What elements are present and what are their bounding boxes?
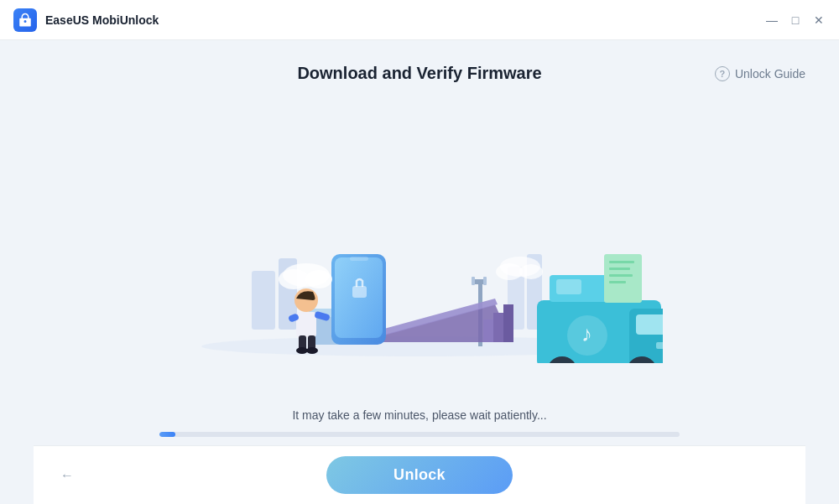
svg-point-43 — [296, 347, 308, 354]
svg-rect-34 — [609, 268, 630, 270]
back-button[interactable]: ← — [54, 462, 81, 489]
progress-bar-fill — [159, 432, 175, 437]
svg-rect-9 — [503, 304, 513, 342]
svg-point-64 — [279, 269, 309, 289]
svg-rect-35 — [609, 274, 633, 277]
titlebar-left: EaseUS MobiUnlock — [13, 8, 159, 32]
titlebar: EaseUS MobiUnlock — □ ✕ — [0, 0, 839, 40]
minimize-button[interactable]: — — [765, 13, 779, 27]
help-icon: ? — [715, 66, 730, 81]
app-logo — [13, 8, 37, 32]
svg-point-68 — [519, 264, 543, 279]
svg-rect-7 — [472, 277, 475, 285]
svg-rect-28 — [656, 342, 663, 349]
svg-rect-11 — [483, 320, 493, 342]
app-title: EaseUS MobiUnlock — [45, 13, 159, 27]
page-header: Download and Verify Firmware ? Unlock Gu… — [34, 40, 805, 83]
svg-rect-36 — [609, 281, 626, 283]
svg-point-65 — [305, 270, 332, 288]
close-button[interactable]: ✕ — [812, 13, 826, 27]
svg-point-44 — [306, 347, 318, 354]
svg-rect-18 — [350, 257, 368, 261]
progress-area: It may take a few minutes, please wait p… — [34, 408, 805, 445]
svg-point-67 — [496, 263, 523, 280]
svg-text:♪: ♪ — [581, 321, 592, 346]
main-content: Download and Verify Firmware ? Unlock Gu… — [0, 40, 839, 504]
progress-status-text: It may take a few minutes, please wait p… — [292, 408, 546, 422]
unlock-guide-label: Unlock Guide — [735, 67, 805, 81]
svg-rect-17 — [352, 286, 367, 298]
svg-rect-33 — [609, 261, 634, 263]
svg-rect-1 — [252, 271, 275, 330]
unlock-button[interactable]: Unlock — [326, 456, 513, 494]
bottom-bar: ← Unlock — [34, 445, 805, 504]
progress-bar-container — [159, 432, 680, 437]
unlock-guide-link[interactable]: ? Unlock Guide — [715, 66, 805, 81]
svg-rect-38 — [296, 312, 316, 337]
svg-rect-31 — [556, 279, 581, 294]
scene-illustration: ♪ — [176, 137, 663, 363]
svg-rect-8 — [483, 277, 487, 285]
svg-rect-10 — [493, 313, 503, 342]
page-title: Download and Verify Firmware — [297, 64, 541, 83]
illustration-area: ♪ — [34, 91, 805, 408]
svg-rect-21 — [636, 314, 663, 335]
window-controls: — □ ✕ — [765, 13, 826, 27]
maximize-button[interactable]: □ — [789, 13, 802, 27]
